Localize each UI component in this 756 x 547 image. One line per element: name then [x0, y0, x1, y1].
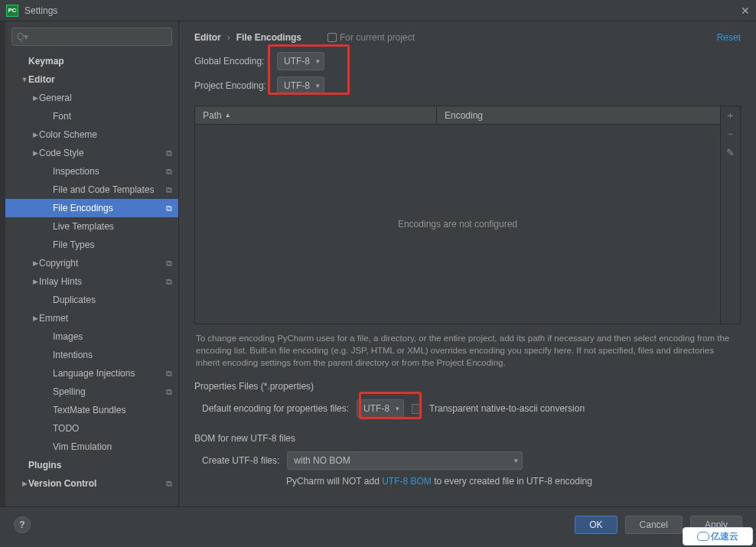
tree-item-images[interactable]: Images: [5, 327, 178, 346]
window-title: Settings: [24, 5, 741, 16]
table-empty-message: Encodings are not configured: [195, 125, 720, 324]
crumb-editor[interactable]: Editor: [194, 32, 221, 43]
tree-item-plugins[interactable]: Plugins: [5, 456, 178, 474]
breadcrumb: Editor › File Encodings For current proj…: [179, 21, 756, 49]
tree-item-code-style[interactable]: ▶Code Style⧉: [5, 144, 178, 162]
scheme-icon: ⧉: [166, 185, 172, 195]
column-encoding[interactable]: Encoding: [437, 106, 720, 124]
create-utf8-dropdown[interactable]: with NO BOM: [287, 451, 523, 470]
project-encoding-dropdown[interactable]: UTF-8: [277, 77, 324, 95]
bom-note: PyCharm will NOT add UTF-8 BOM to every …: [179, 473, 756, 490]
help-button[interactable]: ?: [14, 516, 31, 533]
tree-item-font[interactable]: Font: [5, 107, 178, 125]
scheme-icon: ⧉: [166, 148, 172, 158]
tree-item-keymap[interactable]: Keymap: [5, 52, 178, 70]
for-current-project-label: For current project: [327, 32, 415, 43]
tree-item-vim-emulation[interactable]: Vim Emulation: [5, 438, 178, 456]
tree-item-spelling[interactable]: Spelling⧉: [5, 383, 178, 401]
properties-section-title: Properties Files (*.properties): [179, 376, 756, 396]
tree-item-version-control[interactable]: ▶Version Control⧉: [5, 474, 178, 493]
tree-item-inspections[interactable]: Inspections⧉: [5, 162, 178, 181]
tree-item-inlay-hints[interactable]: ▶Inlay Hints⧉: [5, 272, 178, 291]
tree-item-duplicates[interactable]: Duplicates: [5, 291, 178, 309]
chevron-right-icon: ›: [227, 32, 230, 43]
global-encoding-label: Global Encoding:: [194, 56, 269, 67]
project-encoding-label: Project Encoding:: [194, 80, 269, 91]
add-button[interactable]: ＋: [723, 106, 738, 125]
scheme-icon: ⧉: [166, 203, 172, 213]
reset-link[interactable]: Reset: [717, 32, 741, 43]
global-encoding-dropdown[interactable]: UTF-8: [277, 52, 324, 70]
column-path[interactable]: Path▲: [195, 106, 437, 124]
bom-section-title: BOM for new UTF-8 files: [179, 428, 756, 448]
transparent-checkbox[interactable]: [412, 404, 422, 414]
properties-default-label: Default encoding for properties files:: [202, 403, 349, 414]
search-input[interactable]: [11, 28, 172, 46]
scheme-icon: ⧉: [166, 277, 172, 287]
gutter: [0, 21, 5, 506]
properties-encoding-dropdown[interactable]: UTF-8: [357, 399, 404, 418]
close-icon[interactable]: ✕: [741, 5, 750, 17]
help-paragraph: To change encoding PyCharm uses for a fi…: [179, 324, 756, 376]
transparent-label: Transparent native-to-ascii conversion: [429, 403, 585, 414]
create-utf8-label: Create UTF-8 files:: [202, 455, 279, 466]
tree-item-intentions[interactable]: Intentions: [5, 346, 178, 364]
crumb-file-encodings: File Encodings: [236, 32, 301, 43]
app-icon: PC: [6, 5, 18, 17]
tree-item-emmet[interactable]: ▶Emmet: [5, 309, 178, 327]
settings-tree[interactable]: Keymap ▼Editor ▶General Font ▶Color Sche…: [5, 52, 178, 506]
tree-item-copyright[interactable]: ▶Copyright⧉: [5, 254, 178, 272]
cancel-button[interactable]: Cancel: [625, 516, 683, 534]
tree-item-file-code-templates[interactable]: File and Code Templates⧉: [5, 181, 178, 199]
tree-item-live-templates[interactable]: Live Templates: [5, 217, 178, 236]
watermark: 亿速云: [683, 527, 753, 545]
scheme-icon: ⧉: [166, 167, 172, 177]
tree-item-language-injections[interactable]: Language Injections⧉: [5, 364, 178, 383]
tree-item-file-encodings[interactable]: File Encodings⧉: [5, 199, 178, 217]
scheme-icon: ⧉: [166, 259, 172, 269]
tree-item-editor[interactable]: ▼Editor: [5, 70, 178, 89]
scheme-icon: ⧉: [166, 387, 172, 397]
tree-item-textmate-bundles[interactable]: TextMate Bundles: [5, 401, 178, 419]
remove-button[interactable]: －: [723, 125, 738, 143]
utf8-bom-link[interactable]: UTF-8 BOM: [382, 476, 432, 487]
scheme-icon: ⧉: [166, 479, 172, 489]
tree-item-file-types[interactable]: File Types: [5, 236, 178, 254]
tree-item-color-scheme[interactable]: ▶Color Scheme: [5, 125, 178, 144]
ok-button[interactable]: OK: [575, 516, 617, 534]
sort-asc-icon: ▲: [225, 112, 231, 119]
encodings-table[interactable]: Path▲ Encoding Encodings are not configu…: [194, 106, 721, 324]
scheme-icon: ⧉: [166, 369, 172, 379]
edit-button[interactable]: ✎: [723, 143, 738, 161]
tree-item-todo[interactable]: TODO: [5, 419, 178, 438]
tree-item-general[interactable]: ▶General: [5, 89, 178, 107]
